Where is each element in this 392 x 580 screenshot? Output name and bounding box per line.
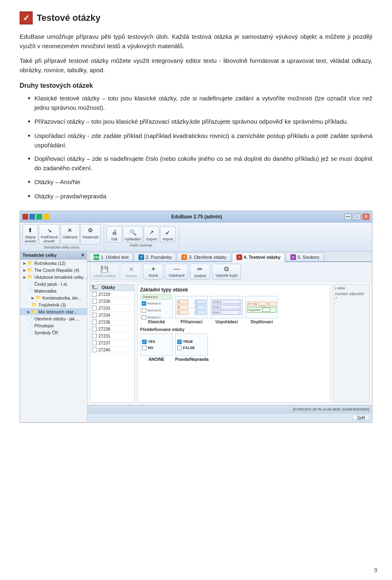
predefined-section-label: Předdefinované otázky bbox=[140, 327, 327, 332]
list-item: Otázky – Ano/Ne bbox=[28, 177, 372, 187]
sidebar-header: Tematické celky ✕ bbox=[20, 251, 87, 260]
toolbar-btn-import[interactable]: ↙ Import bbox=[160, 226, 176, 242]
qlist-item-7[interactable]: 27231 bbox=[90, 333, 134, 340]
type-box-prirazovaci[interactable]: A B C → 1 2 bbox=[175, 296, 208, 324]
qlist-checkbox-7[interactable] bbox=[92, 333, 97, 338]
qlist-item-3[interactable]: 27233 bbox=[90, 305, 134, 312]
sidebar-item-otevrene[interactable]: 📄 Otevřené otázky - jak ... bbox=[20, 315, 87, 322]
type-box-img-klasicka: Otázka text ✓ Možnost A Možnost B bbox=[140, 296, 173, 318]
copy-icon: ⧉ bbox=[224, 265, 229, 273]
btn-nova[interactable]: + Nová bbox=[143, 264, 163, 280]
sidebar-item-czech-republic[interactable]: ▶ 📁 The Czech Republic (4) bbox=[20, 267, 87, 273]
type-box-anone[interactable]: ✓ YES NO ANO/NE bbox=[140, 333, 173, 362]
btn-zmenit[interactable]: ✏ Změnit bbox=[190, 264, 210, 280]
print-icon: 🖨 bbox=[109, 227, 119, 237]
type-box-pravda[interactable]: ✓ TRUE FALSE Pravda/Nepravda bbox=[175, 333, 208, 362]
type-box-doplnovaci[interactable]: x² + 5x + ___ = 0 Odpověď: Doplňovací bbox=[245, 296, 278, 324]
qlist-item-6[interactable]: 27238 bbox=[90, 326, 134, 333]
tree-arrow: ▶ bbox=[23, 261, 26, 265]
qlist-checkbox-6[interactable] bbox=[92, 327, 97, 331]
sidebar-item-matematika[interactable]: 📄 Matematika bbox=[20, 287, 87, 294]
header-checkbox-icon bbox=[20, 11, 33, 24]
qlist-checkbox-5[interactable] bbox=[92, 320, 97, 324]
maximize-button[interactable]: □ bbox=[353, 213, 361, 220]
toolbar-section-1: ⬆ Stejnáúroveň ↘ Podřízenáúroveň ✕ Odstr… bbox=[22, 224, 104, 249]
close-button[interactable]: ✕ bbox=[362, 213, 370, 220]
sidebar-item-rocnikovka[interactable]: ▶ 📁 Ročníkovka (12) bbox=[20, 260, 87, 267]
page-title: Testové otázky bbox=[37, 13, 100, 23]
tab-icon-red: ✓ bbox=[236, 254, 242, 260]
toolbar-btn-same-level[interactable]: ⬆ Stejnáúroveň bbox=[22, 224, 38, 244]
qlist-item-9[interactable]: 27240 bbox=[90, 347, 134, 353]
folder-icon: 📁 bbox=[31, 309, 37, 314]
qlist-item-1[interactable]: 27229 bbox=[90, 291, 134, 298]
qlist-item-8[interactable]: 27237 bbox=[90, 340, 134, 347]
folder-icon: 📄 bbox=[27, 316, 33, 321]
same-level-label: Stejnáúroveň bbox=[24, 235, 36, 243]
toolbar-btn-remove[interactable]: ✕ Odstranit bbox=[60, 224, 80, 244]
toolbar-buttons-2: 🖨 Tisk 🔍 Vyhledání ↗ Export ↙ Import bbox=[107, 226, 176, 242]
type-box-klasicka[interactable]: Otázka text ✓ Možnost A Možnost B bbox=[140, 296, 173, 324]
properties-label: Vlastnosti bbox=[82, 235, 98, 239]
sidebar-item-trojuhelnik[interactable]: 📁 Trojúhelník (3) bbox=[20, 301, 87, 308]
main-toolbar: ⬆ Stejnáúroveň ↘ Podřízenáúroveň ✕ Odstr… bbox=[20, 222, 372, 251]
sidebar-item-mix[interactable]: ▶ 📁 Mix testových otáz... bbox=[20, 308, 87, 315]
tab-testove-otazky[interactable]: ✓ 4. Testové otázky bbox=[232, 253, 285, 262]
sidebar-item-symboly[interactable]: 📄 Symboly ČR bbox=[20, 329, 87, 336]
tab-ucebni-text[interactable]: Abc 1. Učební text bbox=[89, 253, 133, 261]
tab-otevrene-otazky[interactable]: ? 3. Otevřené otázky bbox=[177, 253, 231, 261]
zpet-button[interactable]: Zpět bbox=[352, 415, 370, 421]
true-checkbox: ✓ bbox=[177, 340, 182, 344]
toolbar-btn-export[interactable]: ↗ Export bbox=[144, 226, 159, 242]
minimize-button[interactable]: — bbox=[344, 213, 352, 220]
folder-icon: 📄 bbox=[27, 323, 33, 328]
yes-checkbox: ✓ bbox=[142, 340, 147, 344]
window-logo bbox=[22, 214, 49, 220]
folder-icon: 📁 bbox=[27, 260, 33, 266]
window-controls[interactable]: — □ ✕ bbox=[344, 213, 370, 220]
qlist-item-2[interactable]: 27230 bbox=[90, 298, 134, 305]
false-row: FALSE bbox=[177, 346, 195, 350]
right-side-panel: í nebo míchání odpovědí ✓ bbox=[333, 284, 370, 402]
toolbar-btn-print[interactable]: 🖨 Tisk bbox=[107, 226, 122, 242]
qlist-checkbox-8[interactable] bbox=[92, 340, 97, 345]
qlist-checkbox-2[interactable] bbox=[92, 299, 97, 304]
folder-icon: 📄 bbox=[27, 281, 33, 287]
sidebar-item-kombinatorika[interactable]: ▶ 📁 Kombinatorika, bin... bbox=[20, 294, 87, 301]
predef-box-pravda: ✓ TRUE FALSE bbox=[175, 333, 208, 356]
edit-icon: ✏ bbox=[197, 265, 203, 273]
checkbox-row: Možnost C bbox=[142, 315, 171, 320]
toolbar-buttons-1: ⬆ Stejnáúroveň ↘ Podřízenáúroveň ✕ Odstr… bbox=[22, 224, 100, 244]
qlist-checkbox-1[interactable] bbox=[92, 292, 97, 297]
window-titlebar: EduBase 2.75 (admin) — □ ✕ bbox=[20, 211, 372, 222]
tab-soubory[interactable]: U 5. Soubory bbox=[286, 253, 324, 261]
toolbar-btn-sub-level[interactable]: ↘ Podřízenáúroveň bbox=[39, 224, 60, 244]
unchecked-checkbox bbox=[142, 308, 146, 313]
btn-storno[interactable]: ✕ Storno bbox=[121, 264, 141, 280]
sidebar-item-prirodopis[interactable]: 📄 Přírodopis bbox=[20, 322, 87, 329]
btn-vytvoritKopii[interactable]: ⧉ Vytvořit kopii bbox=[212, 264, 241, 280]
toolbar-section-label-1: Tematické celky učiva bbox=[44, 245, 79, 249]
delete-icon: — bbox=[174, 265, 180, 273]
search-label: Vyhledání bbox=[125, 237, 141, 241]
qlist-checkbox-9[interactable] bbox=[92, 347, 97, 352]
toolbar-btn-search[interactable]: 🔍 Vyhledání bbox=[123, 226, 143, 242]
checked-checkbox: ✓ bbox=[142, 301, 146, 306]
type-box-usporadaci[interactable]: Krok 3↑ Krok 1↑ Krok 2↓ bbox=[210, 296, 243, 324]
folder-icon: 📄 bbox=[27, 288, 33, 293]
sidebar-item-cestina[interactable]: 📄 Český jazyk - I.st. bbox=[20, 280, 87, 287]
qlist-item-5[interactable]: 27236 bbox=[90, 319, 134, 326]
qlist-checkbox-3[interactable] bbox=[92, 306, 97, 311]
qlist-checkbox-4[interactable] bbox=[92, 313, 97, 318]
qlist-item-4[interactable]: 27234 bbox=[90, 312, 134, 319]
no-row: NO bbox=[142, 346, 154, 350]
toolbar-btn-properties[interactable]: ⚙ Vlastnosti bbox=[80, 224, 100, 244]
sidebar-item-ukazkovecely[interactable]: ▶ 📁 Ukázkové tematické celky ... bbox=[20, 273, 87, 280]
tab-poznamky[interactable]: ? 2. Poznámky bbox=[134, 253, 176, 261]
properties-icon: ⚙ bbox=[85, 225, 95, 235]
btn-odstranit[interactable]: — Odstranit bbox=[165, 264, 188, 280]
qlist-header: T... Otázky bbox=[90, 284, 134, 291]
btn-ulozit[interactable]: 💾 Uložit změny bbox=[90, 264, 119, 280]
search-icon: 🔍 bbox=[128, 227, 138, 237]
page-header: Testové otázky bbox=[20, 11, 372, 24]
